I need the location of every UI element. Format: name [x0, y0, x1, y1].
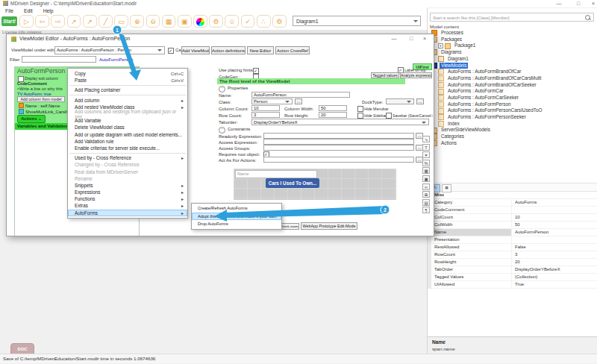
class-browse-button[interactable]: ... — [295, 98, 302, 104]
menu-edit[interactable]: Edit — [19, 7, 38, 14]
new-editor-button[interactable]: New Editor — [247, 46, 274, 54]
pointer-arrow-plus-icon[interactable]: ↗ — [83, 15, 97, 28]
tagged-values-button[interactable]: Tagged values — [371, 72, 399, 78]
property-row[interactable]: RestAllowedFalse — [431, 244, 597, 251]
property-row[interactable]: Presentation — [431, 236, 597, 244]
add-viewmodel-button[interactable]: Add ViewModel — [181, 46, 210, 54]
context-menu-item[interactable]: Add columns and nestings from clipboard … — [68, 110, 187, 117]
model-search-input[interactable]: Start a search like this [Class].[Member… — [430, 13, 594, 22]
nav-forward-icon[interactable]: ⇨ — [51, 15, 65, 28]
readonly-expression-input[interactable] — [263, 133, 414, 139]
zoom-in-icon[interactable]: ⊕ — [130, 15, 144, 28]
context-menu-item[interactable]: Add or update diagram with used model el… — [68, 131, 187, 138]
analyze-expressions-button[interactable]: Analyze expressions — [400, 72, 432, 78]
settings-gear-plus-icon[interactable]: ⚙ — [209, 15, 223, 28]
tree-item[interactable]: ViewModels — [428, 62, 596, 69]
context-menu-item[interactable]: Extras▸ — [68, 202, 187, 209]
ducktype-combobox[interactable] — [386, 98, 414, 104]
context-menu-item[interactable]: AutoForms▸ — [68, 210, 187, 216]
tree-item[interactable]: Diagrams — [428, 49, 596, 56]
context-menu-item[interactable]: Delete ViewModel class — [68, 124, 187, 131]
validate-check-icon[interactable]: ✓ — [241, 15, 255, 28]
maximize-button[interactable]: □ — [573, 0, 584, 7]
table-tool-icon[interactable]: ⊞ — [422, 191, 430, 198]
context-menu-item[interactable]: PasteCtrl+V — [68, 77, 187, 84]
minimize-button[interactable]: — — [389, 35, 399, 42]
menu-file[interactable]: File — [0, 7, 19, 14]
tree-item[interactable]: AutoForms : AutoFormPersonSeeker — [428, 114, 596, 121]
property-row[interactable]: NameAutoFormPerson — [431, 229, 597, 236]
hide-sidebar-checkbox[interactable] — [357, 113, 363, 119]
context-menu-item[interactable]: Real data from MDrivenServer — [68, 168, 187, 175]
property-row[interactable]: UIAllowedTrue — [431, 281, 597, 289]
grid-icon[interactable]: ▦ — [162, 15, 176, 28]
tree-item[interactable]: Categories — [428, 134, 596, 140]
row-height-input[interactable]: 20 — [319, 112, 347, 118]
tree-item[interactable]: Diagram1 — [428, 56, 596, 63]
tree-item[interactable]: AutoForms : AutoFormBrandOfCarCarsMulti — [428, 75, 596, 82]
context-menu-item[interactable]: CopyCtrl+C — [68, 70, 187, 77]
context-menu-item[interactable]: Functions▸ — [68, 195, 187, 202]
property-row[interactable]: RowHeight20 — [431, 259, 597, 266]
properties-section-header[interactable]: ˆProperties — [219, 86, 248, 92]
property-row[interactable]: ColWidth50 — [431, 222, 597, 229]
context-menu-item[interactable]: Snippets▸ — [68, 182, 187, 189]
start-button[interactable]: Start! — [1, 16, 17, 26]
context-menu-item[interactable]: Add Validation rule — [68, 138, 187, 145]
draw-line-icon[interactable]: ╱ — [99, 15, 113, 28]
zoom-out-icon[interactable]: ⊖ — [146, 15, 160, 28]
ducktype-browse-button[interactable]: ... — [416, 98, 424, 104]
maximize-button[interactable]: □ — [406, 35, 416, 42]
text-tool-icon[interactable]: T — [422, 144, 430, 151]
filter-input[interactable] — [22, 56, 96, 63]
share-nodes-icon[interactable]: ∴ — [257, 15, 271, 28]
action-crossref-button[interactable]: Action CrossRef — [275, 46, 310, 54]
constraints-section-header[interactable]: ˇConstraints — [219, 127, 250, 134]
tree-item[interactable]: AutoForms : AutoFormPersonCarsIUsedToO — [428, 107, 596, 114]
preview-name-field[interactable]: Name — [235, 170, 317, 178]
minimize-button[interactable]: — — [554, 0, 564, 7]
tree-item[interactable]: AutoForms : AutoFormBrandOfCar — [428, 69, 596, 75]
resize-tool-icon[interactable]: ↘ — [422, 136, 430, 142]
property-row[interactable]: ColCount10 — [431, 214, 597, 222]
property-row[interactable]: TabOrderDisplayOrderYBeforeX — [431, 266, 597, 274]
nav-back-icon[interactable]: ⇦ — [35, 15, 49, 28]
diagram-selector[interactable]: Diagram1 — [293, 16, 421, 26]
property-row[interactable]: CategoryAutoForms — [431, 199, 597, 207]
use-placing-hints-checkbox[interactable] — [253, 68, 259, 74]
column-count-input[interactable]: 10 — [251, 105, 280, 111]
act-as-for-actions-input[interactable] — [263, 157, 414, 163]
context-menu-item[interactable]: Used by - Cross Reference▸ — [68, 154, 187, 161]
context-menu-item[interactable]: Changed by - Cross Reference — [68, 161, 187, 168]
context-menu-item[interactable]: Expressions▸ — [68, 189, 187, 195]
property-row[interactable]: RowCount3 — [431, 251, 597, 259]
user-icon[interactable]: ☺ — [225, 15, 239, 28]
context-menu-item[interactable]: Enable criterias for server side execute… — [68, 145, 187, 151]
property-row[interactable]: CodeComment — [431, 207, 597, 214]
name-input[interactable]: AutoFormPerson — [251, 92, 350, 98]
tree-item[interactable]: AutoForms : AutoFormCarSeeker — [428, 95, 596, 101]
dropdown-tool-icon[interactable]: ▾ — [422, 151, 430, 158]
class-combobox[interactable]: Person — [251, 98, 293, 104]
card-tool-icon[interactable]: ▤ — [422, 199, 430, 206]
filter-link[interactable]: AutoFormPerson — [99, 57, 133, 62]
access-expression-input[interactable] — [263, 139, 414, 145]
screen-capture-icon[interactable]: ▭ — [114, 15, 128, 28]
menu-help[interactable]: Help — [38, 7, 59, 14]
tree-item[interactable]: Processes — [428, 30, 596, 37]
pointer-arrow-icon[interactable]: ↗ — [67, 15, 81, 28]
tree-item[interactable]: AutoForms : AutoFormPerson — [428, 101, 596, 108]
viewmodel-column-item[interactable]: ShowMultiLink_CarsIU — [19, 109, 69, 114]
gear-light-icon[interactable]: ⚙ — [272, 15, 287, 28]
close-button[interactable]: × — [419, 35, 430, 42]
shrink-zoom-button[interactable]: shrink zoom to fit — [280, 223, 299, 230]
context-menu-item[interactable]: Rename — [68, 175, 187, 182]
tree-item[interactable]: AutoForms : AutoFormCar — [428, 88, 596, 95]
context-menu-item[interactable]: Add Placing container — [68, 87, 187, 93]
taborder-combobox[interactable]: DisplayOrderYBeforeX — [251, 119, 429, 125]
viewmodel-column-item[interactable]: Name : self.Name — [19, 103, 60, 108]
form-preview-canvas[interactable]: Name Cars I Used To Own... — [234, 169, 396, 200]
tree-item[interactable]: +Package1 — [428, 43, 596, 49]
tree-item[interactable]: AutoForms : AutoFormBrandOfCarSeeker — [428, 82, 596, 89]
tree-item[interactable]: ServerSideViewModels — [428, 127, 596, 134]
